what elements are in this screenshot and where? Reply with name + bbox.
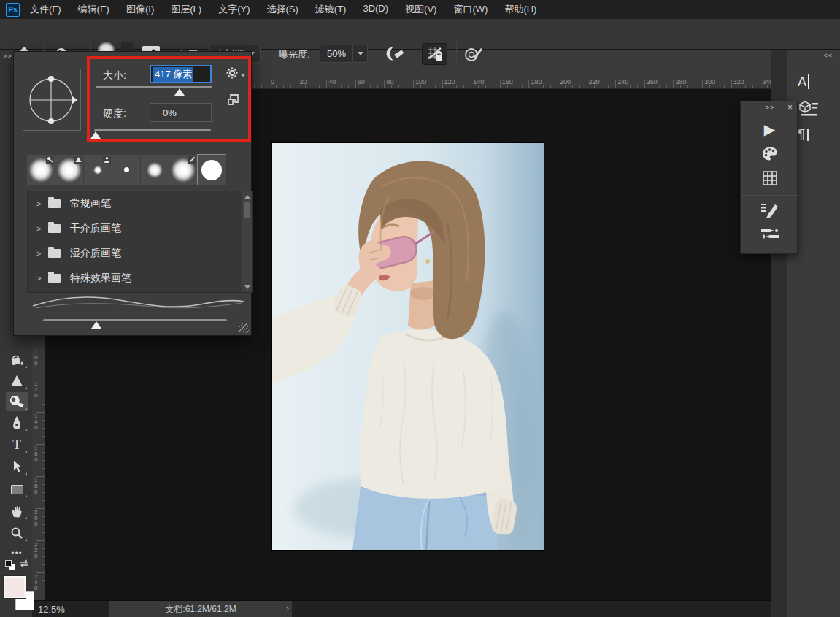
ruler-label: 2 2 0 [34, 542, 37, 559]
preview-zoom-slider[interactable] [43, 319, 227, 321]
menu-item[interactable]: 滤镜(T) [315, 3, 347, 16]
exposure-value: 50% [327, 48, 346, 59]
brush-folder-item[interactable]: > 特殊效果画笔 [28, 266, 252, 291]
brush-tip-preset[interactable] [141, 155, 169, 185]
size-slider-thumb[interactable] [174, 88, 185, 96]
ruler-tick [752, 85, 753, 88]
hardness-slider[interactable] [94, 129, 211, 131]
swap-colors-icon[interactable] [19, 559, 29, 569]
pressure-size-toggle[interactable] [422, 43, 447, 65]
chevron-right-icon[interactable]: > [36, 224, 48, 233]
brush-tip-preset[interactable] [198, 155, 226, 185]
actions-panel-icon[interactable]: ▶ [741, 120, 798, 138]
properties-panel-icon[interactable] [798, 98, 822, 118]
brush-tip-preset[interactable] [55, 155, 83, 185]
dock-collapse-icon[interactable]: << [823, 52, 833, 59]
ruler-tick-major [673, 80, 674, 88]
menu-item[interactable]: 3D(D) [363, 3, 388, 16]
chevron-right-icon[interactable]: > [36, 199, 48, 208]
photoshop-logo[interactable]: Ps [6, 3, 20, 17]
ruler-tick [652, 85, 652, 88]
ruler-tick [666, 85, 667, 88]
brush-tip-preset[interactable] [112, 155, 140, 185]
create-brush-icon[interactable] [227, 93, 239, 106]
divider [456, 42, 457, 64]
character-panel-icon[interactable]: A [798, 72, 822, 92]
ruler-tick-major [36, 412, 45, 413]
menu-item[interactable]: 视图(V) [405, 3, 436, 16]
toolbar-collapse-icon[interactable]: >> [3, 53, 12, 60]
brush-folder-item[interactable]: > 常规画笔 [28, 191, 252, 216]
brush-angle-roundness-control[interactable] [23, 69, 81, 131]
brush-tip-preset[interactable] [169, 155, 197, 185]
document-photo[interactable] [272, 143, 544, 550]
scrollbar[interactable] [242, 191, 252, 292]
ruler-label: 1 4 0 [34, 413, 37, 431]
brush-tip-preset[interactable] [27, 155, 55, 185]
size-input[interactable]: 417 像素 [150, 65, 212, 83]
dodge-tool[interactable] [6, 392, 28, 411]
ruler-tick [42, 564, 45, 565]
menu-item[interactable]: 图层(L) [171, 3, 201, 16]
ruler-tick [507, 85, 508, 88]
brush-folder-item[interactable]: > 干介质画笔 [28, 216, 252, 241]
ruler-label: 1 0 0 [34, 349, 37, 367]
preview-zoom-slider-thumb[interactable] [91, 321, 101, 329]
exposure-dropdown[interactable] [352, 45, 368, 63]
zoom-level[interactable]: 12.5% [38, 604, 65, 615]
hardness-label: 硬度: [103, 107, 126, 120]
paint-bucket-tool[interactable] [6, 350, 28, 369]
swatches-panel-icon[interactable] [741, 145, 798, 163]
ruler-tick [42, 340, 45, 340]
brush-tip-thumbnail [124, 167, 129, 172]
menu-item[interactable]: 文字(Y) [218, 3, 250, 16]
folder-icon [48, 274, 61, 283]
type-tool[interactable]: T [6, 435, 28, 454]
ruler-tick [572, 85, 573, 88]
airbrush-icon[interactable] [382, 45, 406, 63]
menu-item[interactable]: 图像(I) [126, 3, 154, 16]
ruler-tick-major [36, 380, 45, 380]
panel-close-icon[interactable]: × [787, 102, 793, 112]
gear-icon[interactable] [226, 66, 246, 80]
ruler-tick [579, 85, 580, 88]
exposure-input[interactable]: 50% [320, 45, 352, 63]
menu-item[interactable]: 窗口(W) [453, 3, 488, 16]
size-slider[interactable] [96, 86, 212, 88]
chevron-right-icon[interactable]: > [36, 249, 48, 258]
brush-settings-panel-icon[interactable] [741, 201, 798, 220]
foreground-color-swatch[interactable] [4, 576, 26, 598]
panel-collapse-icon[interactable]: >> [766, 104, 775, 111]
document-info[interactable]: 文档:61.2M/61.2M [109, 601, 292, 617]
pen-tool[interactable] [6, 413, 28, 432]
menu-item[interactable]: 编辑(E) [78, 3, 109, 16]
path-select-tool[interactable] [6, 457, 28, 476]
paint-symmetry-icon[interactable] [464, 46, 483, 62]
sharpen-tool[interactable] [6, 372, 28, 391]
ruler-tick [42, 484, 45, 485]
menu-item[interactable]: 文件(F) [30, 3, 61, 16]
ruler-tick [319, 85, 320, 88]
ruler-label: 320 [733, 78, 744, 85]
status-chevron-icon[interactable]: › [286, 602, 289, 613]
menu-item[interactable]: 选择(S) [266, 3, 298, 16]
scroll-up-icon [244, 195, 250, 199]
folder-icon [48, 249, 61, 258]
paragraph-panel-icon[interactable]: ¶ [798, 124, 822, 145]
menu-item[interactable]: 帮助(H) [504, 3, 536, 16]
ruler-tick [724, 85, 725, 88]
default-colors-icon[interactable] [5, 560, 12, 567]
zoom-tool[interactable] [6, 524, 28, 543]
channels-grid-panel-icon[interactable] [741, 169, 798, 187]
hardness-slider-thumb[interactable] [90, 131, 101, 139]
brush-folder-item[interactable]: > 湿介质画笔 [28, 241, 252, 266]
panel-resize-grip[interactable] [239, 323, 249, 333]
chevron-right-icon[interactable]: > [36, 274, 48, 283]
brush-tip-thumbnail [201, 160, 222, 180]
rectangle-tool[interactable] [6, 480, 28, 499]
folder-label: 湿介质画笔 [70, 247, 121, 260]
hardness-input[interactable]: 0% [150, 103, 212, 122]
brush-tip-preset[interactable] [84, 155, 112, 185]
hand-tool[interactable] [6, 502, 28, 521]
brushes-panel-icon[interactable] [741, 224, 798, 243]
